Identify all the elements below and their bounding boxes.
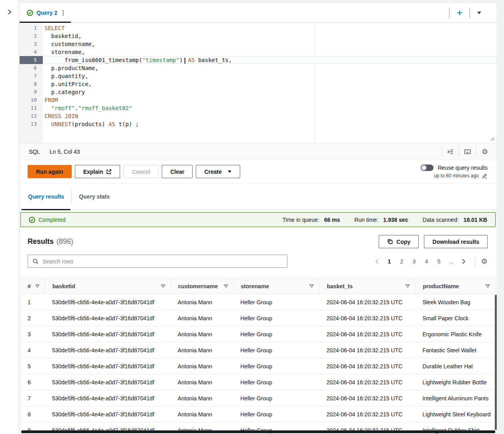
external-link-icon [106, 169, 112, 175]
column-label: customername [178, 283, 218, 289]
cell: Small Paper Clock [415, 310, 495, 326]
page-1[interactable]: 1 [384, 256, 394, 267]
clear-button[interactable]: Clear [162, 165, 193, 178]
code-line[interactable]: 3 customername, [20, 40, 496, 48]
previous-page-button[interactable] [372, 256, 382, 267]
filter-caret-icon[interactable] [406, 284, 410, 288]
results-header: Results (896) Copy Download results [28, 235, 488, 248]
tabs-dropdown-button[interactable] [470, 11, 488, 15]
table-row[interactable]: 7530de5f6-cb56-4e4e-a0d7-3f16d87041dfAnt… [22, 390, 495, 406]
horizontal-scrollbar[interactable] [21, 430, 495, 433]
download-results-button[interactable]: Download results [424, 235, 488, 248]
code-line[interactable]: 9 p.category [20, 88, 496, 96]
page-4[interactable]: 4 [422, 256, 432, 267]
line-number: 1 [20, 24, 43, 32]
column-header-customername[interactable]: customername [171, 278, 233, 294]
column-header-basketid[interactable]: basketid [45, 278, 171, 294]
sql-editor[interactable]: 1SELECT2 basketid,3 customername,4 store… [20, 23, 496, 143]
next-page-button[interactable] [459, 256, 469, 267]
query-stat: Run time:1.938 sec [354, 217, 408, 223]
cell: Antonia Mann [171, 374, 233, 390]
stat-label: Data scanned: [423, 217, 459, 223]
tab-query-results[interactable]: Query results [22, 183, 70, 210]
editor-settings-button[interactable]: ⚙ [476, 144, 493, 160]
code-line[interactable]: 8 p.unitPrice, [20, 80, 496, 88]
column-header-basket_ts[interactable]: basket_ts [319, 278, 415, 294]
page-numbers: 12345... [384, 256, 456, 267]
code-line[interactable]: 5 from_iso8601_timestamp("timestamp")AS … [20, 56, 496, 64]
keyboard-shortcuts-button[interactable] [459, 144, 476, 160]
column-header-num[interactable]: # [22, 278, 45, 294]
editor-resize-handle[interactable] [490, 136, 494, 141]
column-label: basketid [52, 283, 75, 289]
table-row[interactable]: 8530de5f6-cb56-4e4e-a0d7-3f16d87041dfAnt… [22, 406, 495, 422]
filter-caret-icon[interactable] [224, 284, 228, 288]
cell: 2024-06-04 16:20:32.215 UTC [319, 390, 415, 406]
column-header-productName[interactable]: productName [415, 278, 495, 294]
code-line[interactable]: 2 basketid, [20, 32, 496, 40]
table-row[interactable]: 5530de5f6-cb56-4e4e-a0d7-3f16d87041dfAnt… [22, 358, 495, 374]
athena-query-editor-window: Query 2 + 1SELECT2 basketid,3 customerna… [0, 0, 504, 434]
reuse-results-toggle[interactable] [421, 165, 434, 171]
code-text: p.category [43, 88, 496, 96]
cell: Heller Group [233, 310, 319, 326]
table-row[interactable]: 4530de5f6-cb56-4e4e-a0d7-3f16d87041dfAnt… [22, 342, 495, 358]
cell: 530de5f6-cb56-4e4e-a0d7-3f16d87041df [45, 374, 171, 390]
code-line[interactable]: 13 UNNEST(products) AS t(p) ; [20, 120, 496, 128]
table-preferences-button[interactable]: ⚙ [481, 258, 488, 265]
code-line[interactable]: 12CROSS JOIN [20, 112, 496, 120]
explain-button[interactable]: Explain [75, 165, 120, 178]
chevron-left-icon [375, 259, 379, 264]
stat-value: 66 ms [324, 217, 340, 223]
line-number: 5 [20, 56, 43, 64]
cell: Antonia Mann [171, 406, 233, 422]
tab-query-stats[interactable]: Query stats [72, 183, 116, 210]
cancel-button[interactable]: Cancel [123, 165, 159, 178]
editor-language-label: SQL [29, 149, 40, 155]
table-row[interactable]: 3530de5f6-cb56-4e4e-a0d7-3f16d87041dfAnt… [22, 326, 495, 342]
table-row[interactable]: 2530de5f6-cb56-4e4e-a0d7-3f16d87041dfAnt… [22, 310, 495, 326]
column-label: # [28, 283, 31, 289]
copy-button[interactable]: Copy [379, 235, 419, 248]
page-3[interactable]: 3 [409, 256, 419, 267]
code-line[interactable]: 6 p.productName, [20, 64, 496, 72]
create-button[interactable]: Create [196, 165, 240, 178]
code-text: FROM [43, 96, 496, 104]
cell: 2024-06-04 16:20:32.215 UTC [319, 342, 415, 358]
cell: 530de5f6-cb56-4e4e-a0d7-3f16d87041df [45, 294, 171, 310]
filter-caret-icon[interactable] [486, 284, 490, 288]
table-row[interactable]: 1530de5f6-cb56-4e4e-a0d7-3f16d87041dfAnt… [22, 294, 495, 310]
code-text: p.unitPrice, [43, 80, 496, 88]
tab-kebab-menu-icon[interactable] [60, 10, 66, 16]
table-row[interactable]: 6530de5f6-cb56-4e4e-a0d7-3f16d87041dfAnt… [22, 374, 495, 390]
cell: Heller Group [233, 342, 319, 358]
cell: 3 [22, 326, 45, 342]
run-again-button[interactable]: Run again [28, 165, 72, 178]
edit-pencil-icon[interactable] [482, 173, 488, 179]
page-2[interactable]: 2 [397, 256, 407, 267]
code-line[interactable]: 11 "rmoff"."rmoff_basket02" [20, 104, 496, 112]
line-number: 12 [20, 112, 43, 120]
code-line[interactable]: 1SELECT [20, 24, 496, 32]
query-status-banner: Completed Time in queue:66 msRun time:1.… [20, 212, 496, 227]
cell: 2024-06-04 16:20:32.215 UTC [319, 310, 415, 326]
pagination: 12345... ⚙ [372, 256, 488, 267]
code-line[interactable]: 4 storename, [20, 48, 496, 56]
format-sql-button[interactable] [442, 144, 459, 160]
filter-caret-icon[interactable] [161, 284, 165, 288]
column-header-storename[interactable]: storename [233, 278, 319, 294]
filter-caret-icon[interactable] [35, 284, 40, 288]
expand-sidebar-button[interactable] [6, 8, 14, 16]
filter-caret-icon[interactable] [309, 284, 314, 288]
new-tab-button[interactable]: + [450, 8, 470, 18]
search-rows-input[interactable] [42, 258, 283, 265]
cell: 530de5f6-cb56-4e4e-a0d7-3f16d87041df [45, 358, 171, 374]
text-cursor [185, 58, 185, 64]
code-text: from_iso8601_timestamp("timestamp")AS ba… [43, 56, 496, 64]
vertical-scrollbar[interactable] [495, 295, 497, 430]
code-line[interactable]: 7 p.quantity, [20, 72, 496, 80]
cell: Antonia Mann [171, 310, 233, 326]
page-5[interactable]: 5 [434, 256, 444, 267]
code-line[interactable]: 10FROM [20, 96, 496, 104]
tab-query-2[interactable]: Query 2 [20, 3, 71, 22]
